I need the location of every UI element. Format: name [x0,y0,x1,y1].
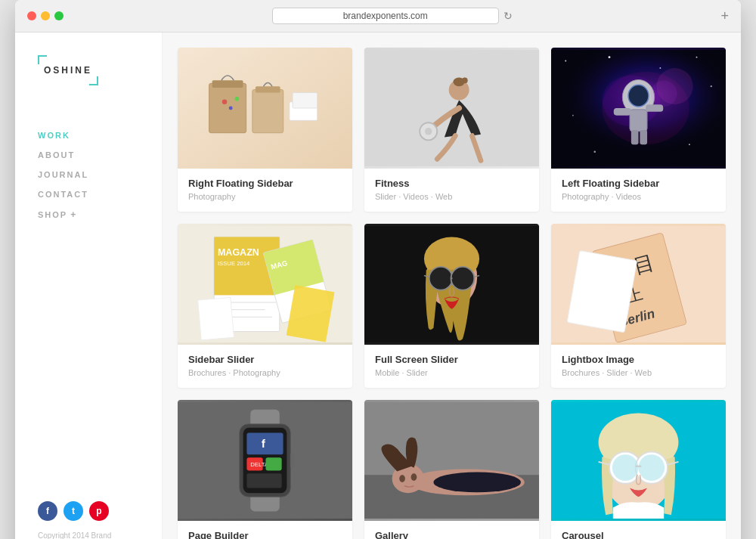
card-tags-fitness: Slider · Videos · Web [375,192,528,201]
card-tags-left-floating-sidebar: Photography · Videos [562,192,715,201]
logo-bracket-br [89,76,98,85]
card-title-right-floating-sidebar: Right Floating Sidebar [188,178,342,189]
svg-point-80 [433,472,521,492]
svg-point-35 [651,80,677,107]
card-title-page-builder: Page Builder [188,530,342,539]
svg-rect-9 [364,50,539,166]
portfolio-card-page-builder[interactable]: f DELTA Page Builder [178,400,352,539]
facebook-icon[interactable]: f [38,501,57,521]
svg-point-88 [612,454,639,481]
main-content: Right Floating Sidebar Photography [163,33,741,539]
svg-text:f: f [262,437,266,450]
portfolio-card-lightbox-image[interactable]: 木 目 上 Berlin L [551,224,726,388]
shop-plus-icon: + [70,209,77,220]
dot-red[interactable] [27,11,36,20]
svg-rect-75 [290,453,294,467]
svg-point-21 [711,85,712,87]
portfolio-card-gallery[interactable]: Gallery Brochures · Mobile · Slider [364,400,539,539]
svg-rect-0 [209,83,246,132]
nav-item-journal[interactable]: JOURNAL [38,170,162,179]
nav-item-shop[interactable]: SHOP+ [38,209,162,220]
card-info-sidebar-slider: Sidebar Slider Brochures · Photography [178,345,352,388]
nav-item-contact[interactable]: CONTACT [38,190,162,199]
svg-point-82 [411,473,417,481]
pinterest-icon[interactable]: p [89,501,109,521]
refresh-button[interactable]: ↻ [503,10,513,22]
dot-green[interactable] [54,11,64,20]
nav-item-about[interactable]: ABOUT [38,150,162,160]
card-tags-lightbox-image: Brochures · Slider · Web [562,368,715,377]
social-icons: f t p [38,501,162,521]
svg-point-81 [399,475,405,482]
new-tab-button[interactable]: + [720,8,729,24]
card-info-carousel: Carousel Photography [551,521,726,539]
svg-rect-5 [253,89,284,132]
portfolio-card-full-screen-slider[interactable]: Full Screen Slider Mobile · Slider [364,224,539,388]
card-image-right-floating-sidebar [178,48,352,169]
card-info-left-floating-sidebar: Left Floating Sidebar Photography · Vide… [551,169,726,212]
logo-container: OSHINE [38,55,162,85]
card-tags-sidebar-slider: Brochures · Photography [188,368,342,377]
svg-rect-6 [256,86,280,92]
svg-rect-30 [614,108,631,116]
browser-window: ↻ + OSHINE WORK ABOUT JOURNAL CONTACT SH… [15,0,741,539]
address-bar: ↻ [73,8,711,24]
card-info-fitness: Fitness Slider · Videos · Web [364,169,539,212]
logo-text: OSHINE [44,65,92,76]
nav-item-work[interactable]: WORK [38,131,162,140]
svg-rect-73 [265,457,281,470]
logo-bracket-tl [38,55,47,64]
sidebar: OSHINE WORK ABOUT JOURNAL CONTACT SHOP+ … [15,33,163,539]
card-image-fitness [364,48,539,169]
card-title-fitness: Fitness [375,178,528,189]
card-image-sidebar-slider: MAGAZN ISSUE 2014 MAG [178,224,352,345]
social-section: f t p Copyright 2014 Brand Exponents All… [38,486,162,539]
svg-point-4 [235,97,240,101]
svg-point-24 [593,150,596,153]
card-image-gallery [364,400,539,521]
svg-text:ISSUE 2014: ISSUE 2014 [218,260,250,267]
svg-point-29 [628,85,649,107]
svg-point-19 [659,67,661,69]
portfolio-card-fitness[interactable]: Fitness Slider · Videos · Web [364,48,539,212]
svg-point-89 [639,454,665,481]
dot-yellow[interactable] [41,11,50,20]
card-title-sidebar-slider: Sidebar Slider [188,354,342,365]
portfolio-card-left-floating-sidebar[interactable]: Left Floating Sidebar Photography · Vide… [551,48,726,212]
svg-text:MAGAZN: MAGAZN [218,247,259,258]
card-image-carousel [551,400,726,521]
svg-point-18 [609,56,611,58]
twitter-icon[interactable]: t [64,501,83,521]
card-info-page-builder: Page Builder Brochures · Videos [178,521,352,539]
card-title-carousel: Carousel [562,530,715,539]
browser-body: OSHINE WORK ABOUT JOURNAL CONTACT SHOP+ … [15,33,741,539]
portfolio-card-sidebar-slider[interactable]: MAGAZN ISSUE 2014 MAG [178,224,352,388]
svg-point-53 [451,267,475,290]
svg-rect-28 [630,110,647,132]
card-title-gallery: Gallery [375,530,528,539]
svg-rect-48 [198,297,234,340]
portfolio-card-right-floating-sidebar[interactable]: Right Floating Sidebar Photography [178,48,352,212]
card-image-lightbox-image: 木 目 上 Berlin [551,224,726,345]
portfolio-card-carousel[interactable]: Carousel Photography [551,400,726,539]
card-tags-right-floating-sidebar: Photography [188,192,342,201]
portfolio-grid: Right Floating Sidebar Photography [178,48,726,539]
card-image-page-builder: f DELTA [178,400,352,521]
card-title-full-screen-slider: Full Screen Slider [375,354,528,365]
svg-rect-63 [567,251,637,333]
card-image-left-floating-sidebar [551,48,726,169]
svg-rect-33 [640,130,647,144]
svg-rect-32 [631,130,639,144]
logo-box[interactable]: OSHINE [38,55,98,85]
svg-point-52 [429,267,453,290]
svg-point-23 [689,144,690,145]
svg-point-20 [696,57,698,58]
svg-point-22 [572,115,574,116]
card-info-gallery: Gallery Brochures · Mobile · Slider [364,521,539,539]
svg-rect-8 [293,93,318,108]
url-input[interactable] [272,8,499,24]
card-title-lightbox-image: Lightbox Image [562,354,715,365]
card-info-right-floating-sidebar: Right Floating Sidebar Photography [178,169,352,212]
svg-rect-1 [212,80,243,88]
svg-point-14 [462,78,468,84]
